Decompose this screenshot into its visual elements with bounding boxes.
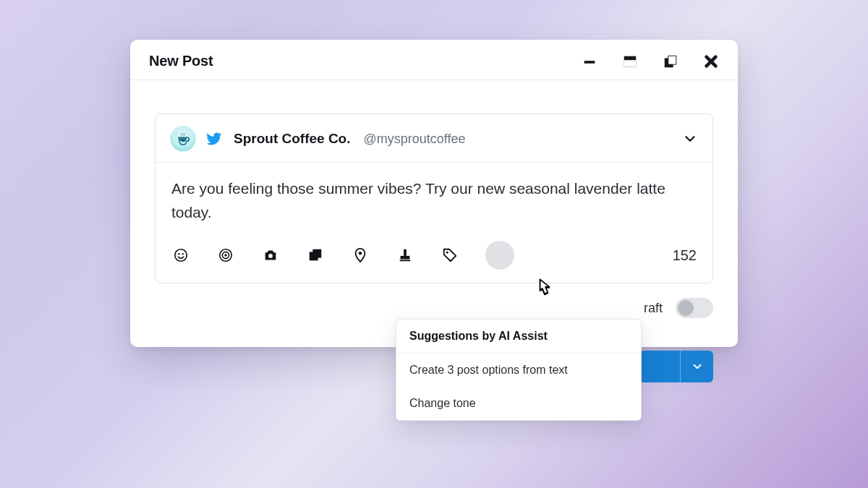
gallery-button[interactable] [306,246,325,265]
post-body: Are you feeling those summer vibes? Try … [156,163,712,234]
duplicate-button[interactable] [663,53,678,69]
svg-point-9 [182,134,182,135]
draft-label: raft [644,301,663,316]
draft-toggle[interactable] [676,298,713,318]
submit-dropdown[interactable] [680,351,713,382]
svg-rect-19 [312,249,321,258]
account-display-name: Sprout Coffee Co. [234,131,351,147]
post-text-input[interactable]: Are you feeling those summer vibes? Try … [171,177,697,228]
emoji-button[interactable] [171,246,190,265]
target-icon [218,247,234,263]
gallery-icon [307,247,323,263]
svg-rect-5 [668,56,676,64]
svg-point-10 [184,134,184,135]
tag-icon [442,247,458,263]
composer-area: Sprout Coffee Co. @mysproutcoffee Are yo… [130,80,738,283]
titlebar: New Post [130,40,738,80]
twitter-icon [206,131,222,147]
svg-point-11 [175,249,187,262]
location-pin-icon [352,247,368,263]
svg-point-20 [359,252,362,254]
svg-point-24 [446,252,448,254]
svg-point-17 [268,254,273,258]
coffee-cup-icon [176,132,190,146]
minimize-button[interactable] [582,53,597,69]
svg-rect-0 [584,61,595,64]
primary-actions [639,351,713,382]
svg-point-7 [182,133,183,134]
svg-rect-22 [401,256,410,260]
stamp-icon [397,247,413,263]
stamp-button[interactable] [396,246,414,265]
location-button[interactable] [351,246,370,265]
account-dropdown[interactable] [682,131,698,147]
ai-popover-title: Suggestions by AI Assist [396,320,641,354]
character-counter: 152 [673,247,697,264]
svg-point-12 [178,253,179,254]
compose-toolbar: 152 [156,234,712,283]
chevron-down-icon [682,131,698,147]
chevron-down-icon [691,360,704,373]
account-handle: @mysproutcoffee [364,132,466,147]
tag-button[interactable] [441,246,459,265]
target-button[interactable] [216,246,235,265]
ai-option-change-tone[interactable]: Change tone [396,387,641,420]
camera-icon [263,247,278,263]
close-button[interactable] [703,53,719,69]
ai-assist-popover: Suggestions by AI Assist Create 3 post o… [396,319,642,421]
svg-point-6 [181,134,182,134]
window-title: New Post [149,53,213,69]
ai-assist-button[interactable] [485,241,514,270]
svg-point-8 [184,134,185,134]
svg-rect-21 [404,249,407,256]
toggle-knob [678,300,694,316]
window-controls [582,53,719,69]
svg-rect-2 [624,60,637,67]
submit-button[interactable] [639,351,680,382]
compose-window: New Post [130,40,738,347]
footer-row: raft [130,283,738,318]
camera-button[interactable] [261,246,280,265]
emoji-icon [173,247,189,263]
svg-rect-23 [400,260,411,261]
account-avatar [170,126,196,152]
account-header: Sprout Coffee Co. @mysproutcoffee [156,114,712,163]
svg-point-13 [182,253,184,254]
svg-point-16 [224,254,226,256]
restore-button[interactable] [622,53,638,69]
post-card: Sprout Coffee Co. @mysproutcoffee Are yo… [155,114,713,283]
ai-option-create-variants[interactable]: Create 3 post options from text [396,354,641,387]
cursor-pointer-icon [532,275,557,300]
